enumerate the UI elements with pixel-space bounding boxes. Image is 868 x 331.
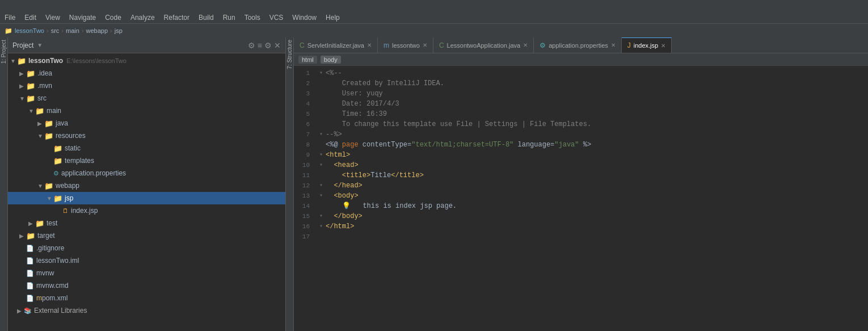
line-gutter-16[interactable]: ▾ [317, 221, 326, 232]
line-gutter-15[interactable]: ▾ [317, 211, 326, 221]
tree-item-resources[interactable]: ▼ 📁 resources [8, 129, 285, 142]
breadcrumb-tag-html[interactable]: html [298, 56, 317, 64]
line-num-7: 7 [294, 129, 317, 140]
menu-item-view[interactable]: View [41, 12, 65, 23]
menu-item-vcs[interactable]: VCS [265, 12, 288, 23]
folder-icon-idea: 📁 [26, 69, 35, 78]
side-tab-project[interactable]: 1: Project [0, 37, 8, 331]
menu-item-analyze[interactable]: Analyze [126, 12, 159, 23]
tab-close-lessontwo-app[interactable]: ✕ [523, 42, 528, 48]
code-editor[interactable]: 1 ▾ <%-- 2 Created by IntelliJ IDEA. 3 U… [294, 66, 868, 331]
hide-icon[interactable]: ✕ [274, 41, 281, 50]
breadcrumb-main[interactable]: main [66, 27, 79, 34]
tree-item-target[interactable]: ▶ 📁 target [8, 229, 285, 242]
breadcrumb-folder-icon: 📁 [5, 27, 12, 35]
tree-item-gitignore[interactable]: ▶ 📄 .gitignore [8, 242, 285, 254]
tree-item-static[interactable]: ▶ 📁 static [8, 142, 285, 154]
line-gutter-13[interactable]: ▾ [317, 191, 326, 201]
tab-close-index-jsp[interactable]: ✕ [661, 43, 665, 49]
line-gutter-7[interactable]: ▾ [317, 129, 326, 140]
project-dropdown-icon[interactable]: ▼ [37, 42, 43, 48]
line-num-5: 5 [294, 109, 317, 119]
tree-item-webapp[interactable]: ▼ 📁 webapp [8, 179, 285, 192]
tree-item-mvn[interactable]: ▶ 📁 .mvn [8, 79, 285, 92]
tree-item-main[interactable]: ▼ 📁 main [8, 104, 285, 117]
tree-item-iml[interactable]: ▶ 📄 lessonTwo.iml [8, 254, 285, 267]
tab-close-lessontwo[interactable]: ✕ [423, 42, 427, 48]
breadcrumb-lessonTwo[interactable]: lessonTwo [15, 27, 44, 34]
breadcrumb-jsp[interactable]: jsp [115, 27, 123, 34]
tab-lessontwo[interactable]: m lessontwo ✕ [378, 37, 433, 53]
line-num-4: 4 [294, 99, 317, 109]
code-line-1: 1 ▾ <%-- [294, 68, 868, 78]
line-gutter-10[interactable]: ▾ [317, 160, 326, 170]
tree-arrow-resources: ▼ [37, 133, 44, 139]
line-content-2: Created by IntelliJ IDEA. [326, 78, 868, 89]
tree-arrow-ext-libs: ▶ [17, 308, 24, 314]
side-tab-structure-label: 7: Structure [285, 37, 294, 72]
tree-label-mvnw-cmd: mvnw.cmd [36, 282, 69, 290]
menu-item-run[interactable]: Run [218, 12, 240, 23]
code-line-2: 2 Created by IntelliJ IDEA. [294, 78, 868, 89]
line-gutter-9[interactable]: ▾ [317, 150, 326, 160]
line-gutter-1[interactable]: ▾ [317, 68, 326, 78]
menu-item-window[interactable]: Window [288, 12, 321, 23]
tree-item-index-jsp[interactable]: ▶ 🗒 index.jsp [8, 204, 285, 217]
tree-item-jsp[interactable]: ▼ 📁 jsp [8, 192, 285, 204]
tree-arrow-main: ▼ [28, 108, 35, 114]
tree-item-java[interactable]: ▶ 📁 java [8, 117, 285, 129]
collapse-icon[interactable]: ≡ [258, 41, 262, 50]
tab-index-jsp[interactable]: J index.jsp ✕ [622, 37, 672, 53]
tree-label-app-props: application.properties [61, 169, 126, 177]
menu-item-edit[interactable]: Edit [20, 12, 41, 23]
sync-icon[interactable]: ⚙ [248, 41, 255, 50]
tree-item-ext-libs[interactable]: ▶ 📚 External Libraries [8, 304, 285, 317]
menu-item-file[interactable]: File [0, 12, 20, 23]
menu-item-code[interactable]: Code [100, 12, 126, 23]
code-line-6: 6 To change this template use File | Set… [294, 119, 868, 129]
tree-item-idea[interactable]: ▶ 📁 .idea [8, 67, 285, 79]
menu-item-build[interactable]: Build [194, 12, 218, 23]
tree-item-mvnw[interactable]: ▶ 📄 mvnw [8, 267, 285, 279]
code-line-3: 3 User: yuqy [294, 89, 868, 99]
tree-arrow-jsp: ▼ [47, 195, 53, 202]
tab-close-servlet[interactable]: ✕ [367, 42, 372, 48]
settings-icon[interactable]: ⚙ [264, 41, 272, 50]
menu-item-tools[interactable]: Tools [240, 12, 265, 23]
menu-item-refactor[interactable]: Refactor [159, 12, 194, 23]
line-gutter-12[interactable]: ▾ [317, 181, 326, 191]
tab-lessontwo-app[interactable]: C LessontwoApplication.java ✕ [433, 37, 534, 53]
side-tab-structure[interactable]: 7: Structure [286, 37, 294, 331]
tree-item-test[interactable]: ▶ 📁 test [8, 217, 285, 229]
file-icon-gitignore: 📄 [26, 245, 34, 252]
tree-arrow-test: ▶ [28, 220, 35, 227]
tree-label-gitignore: .gitignore [36, 244, 64, 252]
line-content-5: Time: 16:39 [326, 109, 868, 119]
line-content-13: <body> [326, 191, 868, 201]
breadcrumb-src[interactable]: src [51, 27, 60, 34]
breadcrumb-webapp[interactable]: webapp [86, 27, 108, 34]
code-line-9: 9 ▾ <html> [294, 150, 868, 160]
tree-item-templates[interactable]: ▶ 📁 templates [8, 154, 285, 167]
ext-libs-icon: 📚 [24, 307, 32, 315]
tree-label-pom: m [36, 294, 42, 302]
tab-servlet-initializer[interactable]: C ServletInitializer.java ✕ [294, 37, 378, 53]
folder-icon-jsp: 📁 [53, 194, 62, 203]
line-num-1: 1 [294, 68, 317, 78]
tab-label-index-jsp: index.jsp [634, 42, 658, 49]
tree-label-java: java [56, 119, 68, 127]
tab-app-props[interactable]: ⚙ application.properties ✕ [534, 37, 622, 53]
tree-item-pom[interactable]: ▶ 📄 m pom.xml [8, 292, 285, 304]
code-line-15: 15 ▾ </body> [294, 211, 868, 221]
tree-item-src[interactable]: ▼ 📁 src [8, 92, 285, 104]
tree-item-mvnw-cmd[interactable]: ▶ 📄 mvnw.cmd [8, 279, 285, 292]
line-content-4: Date: 2017/4/3 [326, 99, 868, 109]
tab-close-app-props[interactable]: ✕ [611, 42, 616, 48]
tab-icon-servlet: C [300, 41, 305, 49]
breadcrumb-tag-body[interactable]: body [321, 56, 341, 64]
tree-item-app-properties[interactable]: ▶ ⚙ application.properties [8, 167, 285, 179]
code-line-10: 10 ▾ <head> [294, 160, 868, 170]
tree-item-lessontwo-root[interactable]: ▼ 📁 lessonTwo E:\lessons\lessonTwo [8, 55, 285, 67]
menu-item-navigate[interactable]: Navigate [65, 12, 100, 23]
menu-item-help[interactable]: Help [321, 12, 344, 23]
